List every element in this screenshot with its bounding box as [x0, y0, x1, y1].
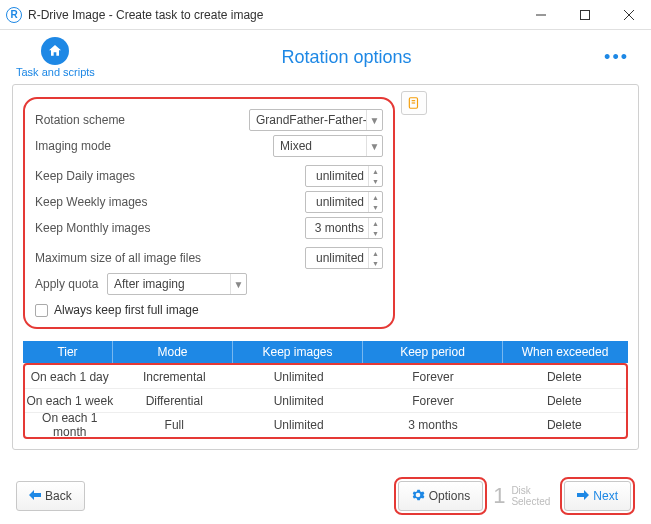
arrow-left-icon: [29, 489, 41, 503]
keep-monthly-label: Keep Monthly images: [35, 221, 255, 235]
col-tier: Tier: [23, 341, 113, 363]
max-size-stepper[interactable]: unlimited▲▼: [305, 247, 383, 269]
gear-icon: [411, 488, 425, 505]
page-title: Rotation options: [95, 47, 598, 68]
chevron-down-icon: ▼: [366, 136, 382, 156]
next-button[interactable]: Next: [564, 481, 631, 511]
arrow-right-icon: [577, 489, 589, 503]
overflow-menu-icon[interactable]: •••: [598, 47, 635, 68]
home-icon: [41, 37, 69, 65]
step-down-icon[interactable]: ▼: [369, 176, 382, 186]
apply-quota-select[interactable]: After imaging ▼: [107, 273, 247, 295]
page-header: Task and scripts Rotation options •••: [0, 30, 651, 84]
options-button[interactable]: Options: [398, 481, 483, 511]
table-body: On each 1 day Incremental Unlimited Fore…: [23, 363, 628, 439]
col-when-exceeded: When exceeded: [503, 341, 627, 363]
step-down-icon[interactable]: ▼: [369, 258, 382, 268]
svg-rect-1: [581, 10, 590, 19]
step-down-icon[interactable]: ▼: [369, 228, 382, 238]
keep-weekly-stepper[interactable]: unlimited▲▼: [305, 191, 383, 213]
app-icon: R: [6, 7, 22, 23]
keep-monthly-stepper[interactable]: 3 months▲▼: [305, 217, 383, 239]
keep-weekly-label: Keep Weekly images: [35, 195, 255, 209]
table-row[interactable]: On each 1 week Differential Unlimited Fo…: [25, 389, 626, 413]
step-up-icon[interactable]: ▲: [369, 166, 382, 176]
scheme-help-button[interactable]: [401, 91, 427, 115]
apply-quota-label: Apply quota: [35, 277, 107, 291]
imaging-mode-select[interactable]: Mixed ▼: [273, 135, 383, 157]
chevron-down-icon: ▼: [230, 274, 246, 294]
chevron-down-icon: ▼: [366, 110, 382, 130]
rotation-settings-group: Rotation scheme GrandFather-Father-Son ▼…: [23, 97, 395, 329]
back-button[interactable]: Back: [16, 481, 85, 511]
titlebar: R R-Drive Image - Create task to create …: [0, 0, 651, 30]
home-task-scripts-button[interactable]: Task and scripts: [16, 37, 95, 78]
table-row[interactable]: On each 1 day Incremental Unlimited Fore…: [25, 365, 626, 389]
disk-selected-indicator: 1 DiskSelected: [493, 483, 550, 509]
col-keep-period: Keep period: [363, 341, 503, 363]
home-label: Task and scripts: [16, 66, 95, 78]
maximize-button[interactable]: [563, 0, 607, 30]
keep-first-full-checkbox[interactable]: [35, 304, 48, 317]
step-up-icon[interactable]: ▲: [369, 192, 382, 202]
col-mode: Mode: [113, 341, 233, 363]
rotation-scheme-label: Rotation scheme: [35, 113, 165, 127]
minimize-button[interactable]: [519, 0, 563, 30]
col-keep-images: Keep images: [233, 341, 363, 363]
rotation-scheme-select[interactable]: GrandFather-Father-Son ▼: [249, 109, 383, 131]
keep-first-full-label: Always keep first full image: [54, 303, 199, 317]
rotation-tiers-table: Tier Mode Keep images Keep period When e…: [23, 341, 628, 439]
table-header: Tier Mode Keep images Keep period When e…: [23, 341, 628, 363]
close-button[interactable]: [607, 0, 651, 30]
content-panel: Rotation scheme GrandFather-Father-Son ▼…: [12, 84, 639, 450]
keep-daily-label: Keep Daily images: [35, 169, 255, 183]
step-up-icon[interactable]: ▲: [369, 248, 382, 258]
window-title: R-Drive Image - Create task to create im…: [28, 8, 263, 22]
max-size-label: Maximum size of all image files: [35, 251, 255, 265]
step-down-icon[interactable]: ▼: [369, 202, 382, 212]
keep-daily-stepper[interactable]: unlimited▲▼: [305, 165, 383, 187]
table-row[interactable]: On each 1 month Full Unlimited 3 months …: [25, 413, 626, 437]
imaging-mode-label: Imaging mode: [35, 139, 165, 153]
wizard-footer: Back Options 1 DiskSelected Next: [0, 468, 651, 524]
step-up-icon[interactable]: ▲: [369, 218, 382, 228]
